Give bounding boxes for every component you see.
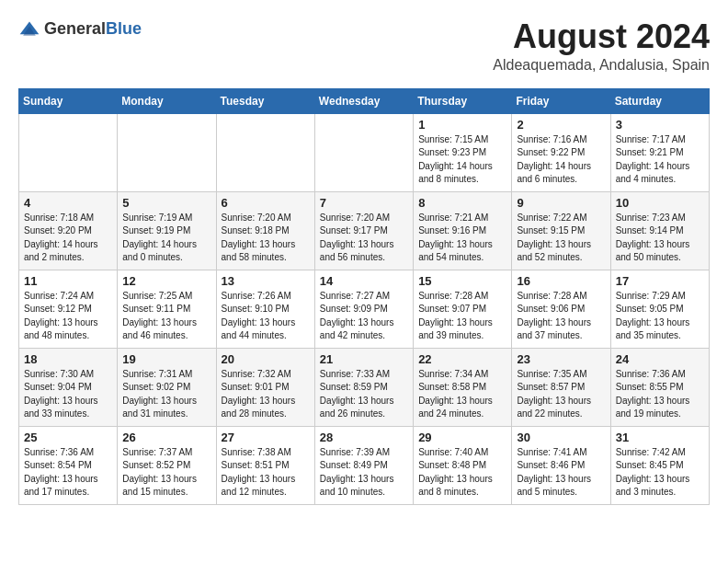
header-tuesday: Tuesday bbox=[216, 88, 314, 113]
day-number: 7 bbox=[320, 196, 408, 210]
week-row-1: 1Sunrise: 7:15 AM Sunset: 9:23 PM Daylig… bbox=[19, 113, 710, 191]
header-sunday: Sunday bbox=[19, 88, 118, 113]
day-cell: 28Sunrise: 7:39 AM Sunset: 8:49 PM Dayli… bbox=[314, 426, 413, 504]
day-info: Sunrise: 7:22 AM Sunset: 9:15 PM Dayligh… bbox=[517, 212, 605, 265]
day-info: Sunrise: 7:31 AM Sunset: 9:02 PM Dayligh… bbox=[122, 368, 210, 421]
day-number: 28 bbox=[320, 431, 408, 444]
month-year: August 2024 bbox=[493, 18, 710, 55]
day-info: Sunrise: 7:38 AM Sunset: 8:51 PM Dayligh… bbox=[222, 446, 310, 500]
day-cell: 21Sunrise: 7:33 AM Sunset: 8:59 PM Dayli… bbox=[314, 348, 413, 426]
day-number: 4 bbox=[24, 196, 112, 210]
day-number: 19 bbox=[122, 352, 210, 366]
day-info: Sunrise: 7:17 AM Sunset: 9:21 PM Dayligh… bbox=[616, 133, 704, 187]
day-cell: 19Sunrise: 7:31 AM Sunset: 9:02 PM Dayli… bbox=[118, 348, 216, 426]
day-cell: 17Sunrise: 7:29 AM Sunset: 9:05 PM Dayli… bbox=[610, 270, 709, 348]
header-thursday: Thursday bbox=[414, 88, 512, 113]
day-info: Sunrise: 7:20 AM Sunset: 9:18 PM Dayligh… bbox=[222, 212, 310, 265]
day-number: 10 bbox=[616, 196, 704, 210]
logo-text: GeneralBlue bbox=[44, 20, 142, 39]
day-info: Sunrise: 7:29 AM Sunset: 9:05 PM Dayligh… bbox=[616, 290, 704, 343]
week-row-2: 4Sunrise: 7:18 AM Sunset: 9:20 PM Daylig… bbox=[19, 191, 710, 270]
day-number: 15 bbox=[418, 274, 506, 288]
header-monday: Monday bbox=[118, 88, 216, 113]
header-wednesday: Wednesday bbox=[314, 88, 413, 113]
week-row-5: 25Sunrise: 7:36 AM Sunset: 8:54 PM Dayli… bbox=[19, 426, 710, 504]
day-cell: 5Sunrise: 7:19 AM Sunset: 9:19 PM Daylig… bbox=[118, 191, 216, 270]
day-cell: 18Sunrise: 7:30 AM Sunset: 9:04 PM Dayli… bbox=[19, 348, 118, 426]
day-cell: 24Sunrise: 7:36 AM Sunset: 8:55 PM Dayli… bbox=[610, 348, 709, 426]
day-cell: 1Sunrise: 7:15 AM Sunset: 9:23 PM Daylig… bbox=[414, 113, 512, 191]
day-cell: 25Sunrise: 7:36 AM Sunset: 8:54 PM Dayli… bbox=[19, 426, 118, 504]
day-cell: 4Sunrise: 7:18 AM Sunset: 9:20 PM Daylig… bbox=[19, 191, 118, 270]
day-number: 31 bbox=[616, 431, 704, 444]
day-cell: 27Sunrise: 7:38 AM Sunset: 8:51 PM Dayli… bbox=[216, 426, 314, 504]
day-info: Sunrise: 7:30 AM Sunset: 9:04 PM Dayligh… bbox=[24, 368, 112, 421]
day-info: Sunrise: 7:23 AM Sunset: 9:14 PM Dayligh… bbox=[616, 212, 704, 265]
day-number: 1 bbox=[418, 118, 506, 132]
day-info: Sunrise: 7:33 AM Sunset: 8:59 PM Dayligh… bbox=[320, 368, 408, 421]
day-cell: 7Sunrise: 7:20 AM Sunset: 9:17 PM Daylig… bbox=[314, 191, 413, 270]
day-info: Sunrise: 7:26 AM Sunset: 9:10 PM Dayligh… bbox=[222, 290, 310, 343]
day-cell: 22Sunrise: 7:34 AM Sunset: 8:58 PM Dayli… bbox=[414, 348, 512, 426]
location: Aldeaquemada, Andalusia, Spain bbox=[493, 57, 710, 74]
page-header: GeneralBlue August 2024 Aldeaquemada, An… bbox=[18, 18, 710, 74]
day-number: 5 bbox=[122, 196, 210, 210]
header-friday: Friday bbox=[512, 88, 610, 113]
day-number: 2 bbox=[517, 118, 605, 132]
day-cell: 3Sunrise: 7:17 AM Sunset: 9:21 PM Daylig… bbox=[610, 113, 709, 191]
calendar-table: SundayMondayTuesdayWednesdayThursdayFrid… bbox=[18, 88, 710, 505]
logo: GeneralBlue bbox=[18, 18, 142, 40]
logo-icon bbox=[18, 18, 40, 40]
day-cell: 31Sunrise: 7:42 AM Sunset: 8:45 PM Dayli… bbox=[610, 426, 709, 504]
day-number: 16 bbox=[517, 274, 605, 288]
day-cell: 12Sunrise: 7:25 AM Sunset: 9:11 PM Dayli… bbox=[118, 270, 216, 348]
day-cell: 16Sunrise: 7:28 AM Sunset: 9:06 PM Dayli… bbox=[512, 270, 610, 348]
day-cell: 9Sunrise: 7:22 AM Sunset: 9:15 PM Daylig… bbox=[512, 191, 610, 270]
day-info: Sunrise: 7:19 AM Sunset: 9:19 PM Dayligh… bbox=[122, 212, 210, 265]
day-number: 8 bbox=[418, 196, 506, 210]
day-cell bbox=[19, 113, 118, 191]
day-cell: 11Sunrise: 7:24 AM Sunset: 9:12 PM Dayli… bbox=[19, 270, 118, 348]
day-number: 6 bbox=[222, 196, 310, 210]
day-number: 23 bbox=[517, 352, 605, 366]
week-row-3: 11Sunrise: 7:24 AM Sunset: 9:12 PM Dayli… bbox=[19, 270, 710, 348]
day-number: 20 bbox=[222, 352, 310, 366]
day-info: Sunrise: 7:21 AM Sunset: 9:16 PM Dayligh… bbox=[418, 212, 506, 265]
day-number: 3 bbox=[616, 118, 704, 132]
day-info: Sunrise: 7:39 AM Sunset: 8:49 PM Dayligh… bbox=[320, 446, 408, 500]
calendar-body: 1Sunrise: 7:15 AM Sunset: 9:23 PM Daylig… bbox=[19, 113, 710, 504]
day-number: 26 bbox=[122, 431, 210, 444]
week-row-4: 18Sunrise: 7:30 AM Sunset: 9:04 PM Dayli… bbox=[19, 348, 710, 426]
day-cell: 10Sunrise: 7:23 AM Sunset: 9:14 PM Dayli… bbox=[610, 191, 709, 270]
day-number: 22 bbox=[418, 352, 506, 366]
day-info: Sunrise: 7:32 AM Sunset: 9:01 PM Dayligh… bbox=[222, 368, 310, 421]
day-info: Sunrise: 7:36 AM Sunset: 8:54 PM Dayligh… bbox=[24, 446, 112, 500]
day-cell: 13Sunrise: 7:26 AM Sunset: 9:10 PM Dayli… bbox=[216, 270, 314, 348]
calendar-header-row: SundayMondayTuesdayWednesdayThursdayFrid… bbox=[19, 88, 710, 113]
day-number: 9 bbox=[517, 196, 605, 210]
day-cell: 23Sunrise: 7:35 AM Sunset: 8:57 PM Dayli… bbox=[512, 348, 610, 426]
day-cell: 30Sunrise: 7:41 AM Sunset: 8:46 PM Dayli… bbox=[512, 426, 610, 504]
day-cell: 6Sunrise: 7:20 AM Sunset: 9:18 PM Daylig… bbox=[216, 191, 314, 270]
day-info: Sunrise: 7:20 AM Sunset: 9:17 PM Dayligh… bbox=[320, 212, 408, 265]
day-cell bbox=[314, 113, 413, 191]
day-cell: 15Sunrise: 7:28 AM Sunset: 9:07 PM Dayli… bbox=[414, 270, 512, 348]
day-cell: 20Sunrise: 7:32 AM Sunset: 9:01 PM Dayli… bbox=[216, 348, 314, 426]
day-cell: 26Sunrise: 7:37 AM Sunset: 8:52 PM Dayli… bbox=[118, 426, 216, 504]
day-info: Sunrise: 7:15 AM Sunset: 9:23 PM Dayligh… bbox=[418, 133, 506, 187]
day-number: 12 bbox=[122, 274, 210, 288]
day-info: Sunrise: 7:35 AM Sunset: 8:57 PM Dayligh… bbox=[517, 368, 605, 421]
day-cell: 2Sunrise: 7:16 AM Sunset: 9:22 PM Daylig… bbox=[512, 113, 610, 191]
day-cell bbox=[216, 113, 314, 191]
day-info: Sunrise: 7:40 AM Sunset: 8:48 PM Dayligh… bbox=[418, 446, 506, 500]
day-info: Sunrise: 7:28 AM Sunset: 9:07 PM Dayligh… bbox=[418, 290, 506, 343]
title-block: August 2024 Aldeaquemada, Andalusia, Spa… bbox=[493, 18, 710, 74]
day-info: Sunrise: 7:34 AM Sunset: 8:58 PM Dayligh… bbox=[418, 368, 506, 421]
day-number: 29 bbox=[418, 431, 506, 444]
day-info: Sunrise: 7:37 AM Sunset: 8:52 PM Dayligh… bbox=[122, 446, 210, 500]
day-info: Sunrise: 7:41 AM Sunset: 8:46 PM Dayligh… bbox=[517, 446, 605, 500]
day-number: 13 bbox=[222, 274, 310, 288]
day-number: 24 bbox=[616, 352, 704, 366]
day-info: Sunrise: 7:42 AM Sunset: 8:45 PM Dayligh… bbox=[616, 446, 704, 500]
day-number: 30 bbox=[517, 431, 605, 444]
